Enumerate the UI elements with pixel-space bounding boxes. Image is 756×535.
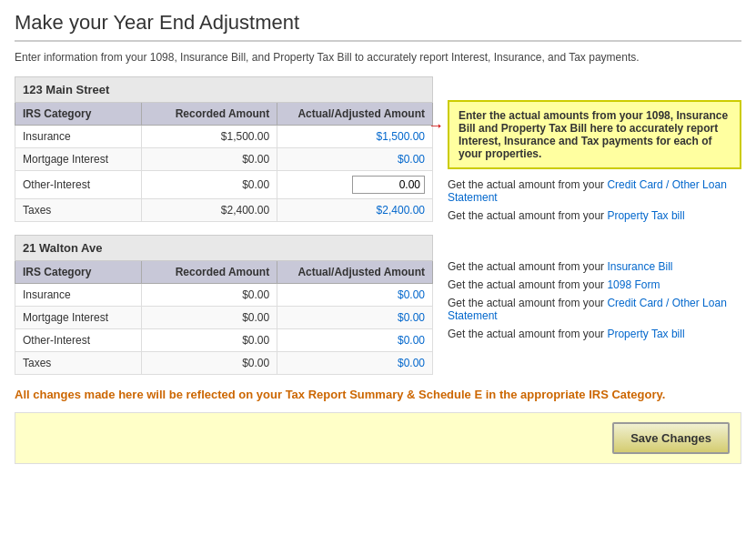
form-1098-link[interactable]: 1098 Form: [607, 278, 660, 291]
property2-name: 21 Walton Ave: [15, 236, 433, 261]
property1-side-panel: → Enter the actual amounts from your 109…: [448, 76, 741, 222]
side-link-2: Get the actual amount from your Property…: [448, 209, 741, 222]
property2-col-headers: IRS Category Recorded Amount Actual/Adju…: [15, 261, 433, 284]
adjusted-cell: $0.00: [277, 352, 433, 375]
property1-wrapper: 123 Main Street IRS Category Recorded Am…: [15, 76, 741, 222]
col-adjusted-header2: Actual/Adjusted Amount: [277, 261, 433, 284]
property1-name: 123 Main Street: [15, 77, 433, 103]
adjusted-link[interactable]: $0.00: [398, 311, 425, 324]
recorded-cell: $0.00: [141, 284, 277, 307]
property2-header-row: 21 Walton Ave: [15, 236, 433, 261]
category-cell: Mortgage Interest: [15, 307, 142, 329]
adjusted-link[interactable]: $0.00: [398, 334, 425, 347]
adjusted-link[interactable]: $0.00: [398, 288, 425, 301]
side-link-credit: Get the actual amount from your Credit C…: [448, 297, 741, 322]
title-divider: [15, 40, 741, 42]
category-cell: Taxes: [15, 352, 142, 375]
arrow-icon: →: [428, 116, 444, 136]
recorded-cell: $0.00: [141, 352, 277, 375]
save-button[interactable]: Save Changes: [612, 422, 730, 454]
table-row: Mortgage Interest $0.00 $0.00: [15, 148, 433, 171]
category-cell: Other-Interest: [15, 171, 142, 199]
col-recorded-header: Recorded Amount: [141, 103, 277, 126]
adjusted-cell: [277, 171, 433, 199]
adjusted-cell: $1,500.00: [277, 126, 433, 148]
table-row: Insurance $0.00 $0.00: [15, 284, 433, 307]
adjusted-link[interactable]: $0.00: [398, 153, 425, 166]
adjusted-cell: $2,400.00: [277, 199, 433, 222]
col-irs-header: IRS Category: [15, 103, 142, 126]
adjusted-cell: $0.00: [277, 148, 433, 171]
adjusted-cell: $0.00: [277, 307, 433, 329]
side-link-1: Get the actual amount from your Credit C…: [448, 178, 741, 204]
tooltip-box: Enter the actual amounts from your 1098,…: [448, 100, 741, 169]
table-row: Other-Interest $0.00: [15, 171, 433, 199]
property-tax-link[interactable]: Property Tax bill: [607, 209, 684, 222]
footer-note: All changes made here will be reflected …: [15, 388, 741, 401]
side-link-insurance: Get the actual amount from your Insuranc…: [448, 260, 741, 273]
category-cell: Insurance: [15, 284, 142, 307]
table-row: Mortgage Interest $0.00 $0.00: [15, 307, 433, 329]
recorded-cell: $2,400.00: [141, 199, 277, 222]
property2-section: 21 Walton Ave IRS Category Recorded Amou…: [15, 235, 433, 375]
recorded-cell: $0.00: [141, 148, 277, 171]
property1-col-headers: IRS Category Recorded Amount Actual/Adju…: [15, 103, 433, 126]
property2-wrapper: 21 Walton Ave IRS Category Recorded Amou…: [15, 235, 741, 375]
property1-section: 123 Main Street IRS Category Recorded Am…: [15, 76, 433, 222]
adjusted-input[interactable]: [352, 176, 425, 194]
adjusted-link[interactable]: $1,500.00: [377, 130, 425, 143]
adjusted-cell: $0.00: [277, 284, 433, 307]
category-cell: Mortgage Interest: [15, 148, 142, 171]
save-bar: Save Changes: [15, 412, 741, 464]
table-row: Taxes $2,400.00 $2,400.00: [15, 199, 433, 222]
property2-side-panel: Get the actual amount from your Insuranc…: [448, 235, 741, 375]
page-title: Make your Year End Adjustment: [15, 11, 741, 35]
col-irs-header2: IRS Category: [15, 261, 142, 284]
col-adjusted-header: Actual/Adjusted Amount: [277, 103, 433, 126]
intro-text: Enter information from your 1098, Insura…: [15, 51, 741, 64]
recorded-cell: $1,500.00: [141, 126, 277, 148]
category-cell: Other-Interest: [15, 329, 142, 352]
adjusted-link[interactable]: $2,400.00: [377, 204, 425, 217]
recorded-cell: $0.00: [141, 171, 277, 199]
side-link-tax: Get the actual amount from your Property…: [448, 328, 741, 340]
recorded-cell: $0.00: [141, 307, 277, 329]
col-recorded-header2: Recorded Amount: [141, 261, 277, 284]
property1-table: 123 Main Street IRS Category Recorded Am…: [15, 76, 433, 222]
property2-table: 21 Walton Ave IRS Category Recorded Amou…: [15, 235, 433, 375]
recorded-cell: $0.00: [141, 329, 277, 352]
category-cell: Insurance: [15, 126, 142, 148]
property-tax-link2[interactable]: Property Tax bill: [607, 328, 684, 340]
category-cell: Taxes: [15, 199, 142, 222]
property1-header-row: 123 Main Street: [15, 77, 433, 103]
tooltip-wrapper: → Enter the actual amounts from your 109…: [448, 100, 741, 173]
table-row: Taxes $0.00 $0.00: [15, 352, 433, 375]
table-row: Insurance $1,500.00 $1,500.00: [15, 126, 433, 148]
adjusted-link[interactable]: $0.00: [398, 357, 425, 369]
side-link-1098: Get the actual amount from your 1098 For…: [448, 278, 741, 291]
adjusted-cell: $0.00: [277, 329, 433, 352]
table-row: Other-Interest $0.00 $0.00: [15, 329, 433, 352]
insurance-bill-link[interactable]: Insurance Bill: [607, 260, 672, 273]
